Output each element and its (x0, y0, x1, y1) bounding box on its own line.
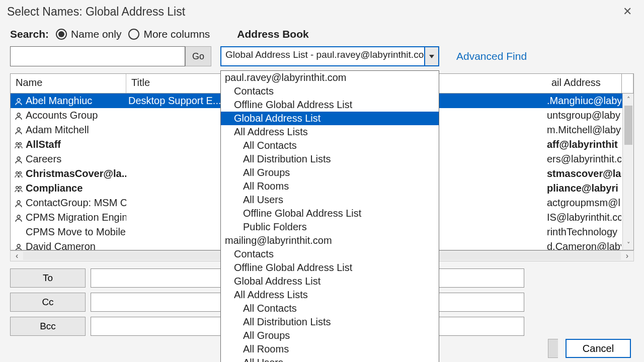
row-name: AllStaff (26, 139, 126, 150)
row-name: David Cameron (26, 241, 126, 250)
svg-point-9 (19, 186, 22, 189)
row-email: pliance@labyri (547, 181, 621, 196)
scroll-left-icon[interactable]: ‹ (13, 251, 21, 260)
row-name: Abel Manghiuc (26, 95, 126, 107)
search-row: Search: Name only More columns Address B… (0, 28, 644, 40)
dropdown-item[interactable]: All Contacts (221, 302, 439, 315)
chevron-down-icon (429, 55, 434, 58)
go-button[interactable]: Go (185, 46, 211, 66)
dropdown-item[interactable]: Offline Global Address List (221, 261, 439, 275)
dropdown-item[interactable]: Offline Global Address List (221, 98, 439, 112)
person-icon (14, 197, 24, 209)
row-email: .Manghiuc@laby (547, 94, 621, 108)
person-icon (14, 95, 24, 107)
dropdown-item[interactable]: All Rooms (221, 342, 439, 356)
person-icon (14, 153, 24, 165)
svg-point-8 (16, 186, 19, 189)
row-email: actgroupmsm@l (547, 196, 621, 210)
person-icon (14, 212, 24, 223)
row-email: ers@labyrinthit.c (547, 152, 621, 166)
dropdown-item[interactable]: paul.ravey@labyrinthit.com (221, 71, 439, 84)
dropdown-item[interactable]: All Groups (221, 329, 439, 342)
column-name[interactable]: Name (11, 74, 126, 93)
dropdown-item[interactable]: Offline Global Address List (221, 207, 439, 220)
dropdown-item[interactable]: Global Address List (221, 112, 439, 125)
dropdown-item[interactable]: mailing@labyrinthit.com (221, 234, 439, 247)
dropdown-item[interactable]: Public Folders (221, 220, 439, 234)
row-name: CPMS Move to Mobile (26, 226, 126, 238)
to-button[interactable]: To (10, 268, 86, 288)
dropdown-item[interactable]: All Users (221, 356, 439, 362)
radio-checked-icon (56, 29, 67, 40)
address-book-combo-button[interactable] (424, 46, 439, 66)
row-email: m.Mitchell@labyr (547, 123, 621, 137)
address-book-combo[interactable]: Global Address List - paul.ravey@labyrin… (220, 46, 439, 66)
column-email[interactable]: ail Address (547, 73, 622, 94)
address-book-dropdown[interactable]: paul.ravey@labyrinthit.comContactsOfflin… (220, 70, 439, 362)
row-email: IS@labyrinthit.cc (547, 210, 621, 225)
scroll-right-icon[interactable]: › (623, 251, 631, 260)
vertical-scrollbar[interactable]: ˄ ˅ (622, 94, 633, 250)
dropdown-item[interactable]: Contacts (221, 84, 439, 98)
svg-point-0 (17, 99, 20, 102)
person-icon (14, 110, 24, 121)
radio-name-only[interactable]: Name only (56, 28, 121, 40)
radio-more-columns[interactable]: More columns (128, 28, 210, 40)
group-icon (14, 183, 24, 194)
scroll-down-icon[interactable]: ˅ (623, 239, 634, 250)
dialog-buttons: Cancel (566, 339, 631, 358)
svg-point-11 (17, 215, 20, 218)
select-names-dialog: Select Names: Global Address List ✕ Sear… (0, 0, 644, 362)
dropdown-item[interactable]: All Address Lists (221, 288, 439, 302)
dropdown-item[interactable]: All Distribution Lists (221, 315, 439, 329)
dropdown-item[interactable]: Contacts (221, 247, 439, 261)
address-book-combo-value: Global Address List - paul.ravey@labyrin… (220, 46, 424, 66)
row-name: Adam Mitchell (26, 124, 126, 136)
bcc-button[interactable]: Bcc (10, 317, 86, 336)
svg-point-5 (17, 157, 20, 160)
address-book-label: Address Book (237, 28, 308, 40)
dropdown-item[interactable]: Global Address List (221, 275, 439, 288)
svg-point-4 (19, 142, 22, 145)
radio-unchecked-icon (128, 29, 139, 40)
group-icon (14, 168, 24, 179)
svg-point-10 (17, 201, 20, 204)
row-email: stmascover@la (547, 166, 621, 181)
search-input[interactable] (10, 46, 185, 66)
dialog-title: Select Names: Global Address List (7, 5, 185, 19)
row-name: Compliance (26, 183, 126, 194)
cancel-button[interactable]: Cancel (566, 339, 631, 358)
controls-row: Go Global Address List - paul.ravey@laby… (0, 40, 644, 73)
cc-button[interactable]: Cc (10, 293, 86, 312)
radio-name-only-label: Name only (71, 28, 121, 40)
row-name: ContactGroup: MSM C... (26, 197, 126, 209)
row-email: rinthTechnology (547, 225, 621, 239)
row-email: untsgroup@laby (547, 108, 621, 123)
close-icon[interactable]: ✕ (619, 4, 636, 19)
svg-point-3 (16, 142, 19, 145)
svg-point-2 (17, 128, 20, 131)
dropdown-item[interactable]: All Users (221, 193, 439, 207)
row-name: CPMS Migration Engin... (26, 212, 126, 223)
row-name: Careers (26, 153, 126, 165)
person-icon (14, 241, 24, 250)
titlebar: Select Names: Global Address List ✕ (0, 0, 644, 28)
row-email: aff@labyrinthit (547, 137, 621, 152)
row-name: ChristmasCover@la... (26, 168, 126, 179)
row-email: d.Cameron@laby (547, 239, 621, 250)
dropdown-item[interactable]: All Distribution Lists (221, 152, 439, 166)
dropdown-item[interactable]: All Rooms (221, 179, 439, 193)
dropdown-item[interactable]: All Groups (221, 166, 439, 179)
scroll-thumb[interactable] (624, 106, 632, 145)
dropdown-item[interactable]: All Contacts (221, 139, 439, 152)
dropdown-item[interactable]: All Address Lists (221, 125, 439, 139)
advanced-find-link[interactable]: Advanced Find (456, 50, 527, 62)
ok-button-edge[interactable] (548, 339, 558, 358)
svg-point-12 (17, 244, 20, 247)
svg-point-7 (19, 171, 22, 174)
svg-point-6 (16, 171, 19, 174)
scroll-up-icon[interactable]: ˄ (623, 94, 634, 105)
svg-point-1 (17, 113, 20, 116)
row-name: Accounts Group (26, 110, 126, 121)
group-icon (14, 139, 24, 150)
